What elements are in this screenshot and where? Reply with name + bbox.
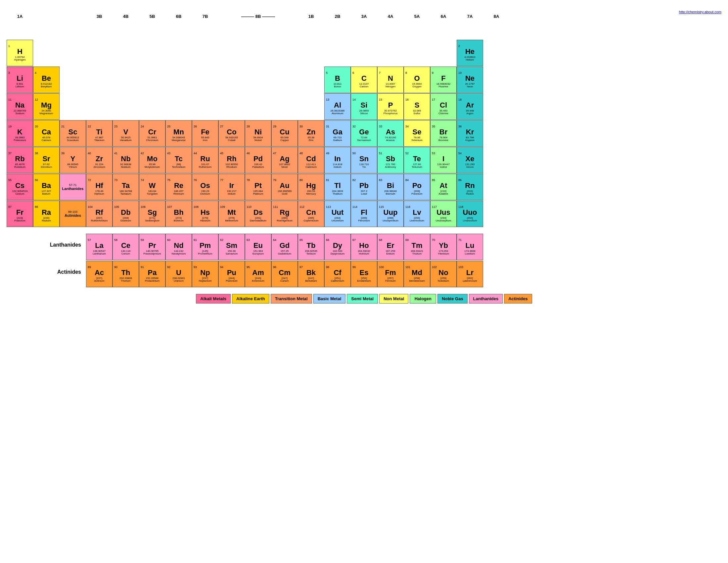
element-hg[interactable]: 80Hg200.59Mercury [298, 174, 324, 200]
element-f[interactable]: 9F18.9984032Fluorine [430, 67, 457, 93]
element-fr[interactable]: 87Fr[223]Francium [7, 201, 33, 227]
element-rf[interactable]: 104Rf[267]Rutherfordium [86, 201, 113, 227]
element-mn[interactable]: 25Mn54.938045Manganese [165, 120, 192, 147]
element-pd[interactable]: 46Pd106.42Palladium [245, 147, 271, 173]
element-cd[interactable]: 48Cd112.411Cadmium [298, 147, 324, 173]
element-tm[interactable]: 69Tm168.93421Thulium [404, 234, 430, 260]
element-ho[interactable]: 67Ho164.93032Holmium [351, 234, 377, 260]
element-be[interactable]: 4Be9.012182Beryllium [33, 67, 60, 93]
element-pm[interactable]: 61Pm[145]Promethium [192, 234, 218, 260]
element-ba[interactable]: 56Ba137.327Barium [33, 174, 60, 200]
element-lu[interactable]: 71Lu174.9668Lutetium [457, 234, 483, 260]
element-nd[interactable]: 60Nd144.242Neodymium [165, 234, 192, 260]
element-bh[interactable]: 107Bh[272]Bohrium [165, 201, 192, 227]
element-c[interactable]: 6C12.0107Carbon [351, 67, 377, 93]
element-p[interactable]: 15P30.973762Phosphorus [377, 93, 404, 120]
element-ne[interactable]: 10Ne20.1797Neon [457, 67, 483, 93]
element-sn[interactable]: 50Sn118.710Tin [351, 147, 377, 173]
element-al[interactable]: 13Al26.9815386Aluminum [324, 93, 351, 120]
element-sr[interactable]: 38Sr87.62Strontium [33, 147, 60, 173]
element-ar[interactable]: 18Ar39.948Argon [457, 93, 483, 120]
element-ac[interactable]: 89Ac[227]Actinium [86, 261, 113, 287]
element-md[interactable]: 101Md[258]Mendelevium [404, 261, 430, 287]
element-rh[interactable]: 45Rh102.90550Rhodium [218, 147, 245, 173]
element-kr[interactable]: 36Kr83.798Krypton [457, 120, 483, 147]
element-db[interactable]: 105Db[268]Dubnium [113, 201, 139, 227]
element-uup[interactable]: 115Uup[288]Ununpentium [377, 201, 404, 227]
element-pt[interactable]: 78Pt195.084Platinum [245, 174, 271, 200]
element-sc[interactable]: 21Sc44.955912Scandium [60, 120, 86, 147]
element-la[interactable]: 57La138.90547Lanthanum [86, 234, 113, 260]
element-os[interactable]: 76Os190.23Osmium [192, 174, 218, 200]
element-pb[interactable]: 82Pb207.2Lead [351, 174, 377, 200]
element-ca[interactable]: 20Ca40.078Calcium [33, 120, 60, 147]
element-ge[interactable]: 32Ge72.64Germanium [351, 120, 377, 147]
element-uus[interactable]: 117Uus[294]Ununseptium [430, 201, 457, 227]
element-yb[interactable]: 70Yb173.054Ytterbium [430, 234, 457, 260]
element-eu[interactable]: 63Eu151.964Europium [245, 234, 271, 260]
element-se[interactable]: 34Se78.96Selenium [404, 120, 430, 147]
element-co[interactable]: 27Co58.933195Cobalt [218, 120, 245, 147]
element-te[interactable]: 52Te127.60Tellurium [404, 147, 430, 173]
element-fl[interactable]: 114Fl[289]Flerovium [351, 201, 377, 227]
element-am[interactable]: 95Am[243]Americium [245, 261, 271, 287]
element-sb[interactable]: 51Sb121.760Antimony [377, 147, 404, 173]
element-zr[interactable]: 40Zr91.224Zirconium [86, 147, 113, 173]
element-bi[interactable]: 83Bi208.98040Bismuth [377, 174, 404, 200]
element-np[interactable]: 93Np[237]Neptunium [192, 261, 218, 287]
element-ce[interactable]: 58Ce140.116Cerium [113, 234, 139, 260]
element-po[interactable]: 84Po[209]Polonium [404, 174, 430, 200]
element-cr[interactable]: 24Cr51.9961Chromium [139, 120, 165, 147]
element-uuo[interactable]: 118Uuo[294]Ununoctium [457, 201, 483, 227]
element-ir[interactable]: 77Ir192.217Iridium [218, 174, 245, 200]
element-no[interactable]: 102No[259]Nobelium [430, 261, 457, 287]
element-cs[interactable]: 55Cs132.9054519Cesium [7, 174, 33, 200]
element-ga[interactable]: 31Ga69.723Gallium [324, 120, 351, 147]
element-hf[interactable]: 72Hf178.49Hafnium [86, 174, 113, 200]
element-u[interactable]: 92U238.02891Uranium [165, 261, 192, 287]
element-uut[interactable]: 113Uut[284]Ununtrium [324, 201, 351, 227]
element-ag[interactable]: 47Ag107.8682Silver [271, 147, 298, 173]
element-fe[interactable]: 26Fe55.845Iron [192, 120, 218, 147]
element-h[interactable]: 1H1.00794Hydrogen [7, 40, 33, 66]
element-tl[interactable]: 81Tl204.3833Thallium [324, 174, 351, 200]
element-bk[interactable]: 97Bk[247]Berkelium [298, 261, 324, 287]
element-n[interactable]: 7N14.0067Nitrogen [377, 67, 404, 93]
element-as[interactable]: 33As74.92160Arsenic [377, 120, 404, 147]
element-si[interactable]: 14Si28.0855Silicon [351, 93, 377, 120]
element-rg[interactable]: 111Rg[280]Roentgenium [271, 201, 298, 227]
element-ta[interactable]: 73Ta180.94788Tantalum [113, 174, 139, 200]
element-cm[interactable]: 96Cm[247]Curium [271, 261, 298, 287]
element-gd[interactable]: 64Gd157.25Gadolinium [271, 234, 298, 260]
element-hs[interactable]: 108Hs[270]Hassium [192, 201, 218, 227]
element-he[interactable]: 2He4.002602Helium [457, 40, 483, 66]
element-es[interactable]: 99Es[252]Einsteinium [351, 261, 377, 287]
element-th[interactable]: 90Th232.03806Thorium [113, 261, 139, 287]
element-dy[interactable]: 66Dy162.500Dysprosium [324, 234, 351, 260]
element-pr[interactable]: 59Pr140.90765Praseodymium [139, 234, 165, 260]
element-cl[interactable]: 17Cl35.453Chlorine [430, 93, 457, 120]
element-at[interactable]: 85At[210]Astatine [430, 174, 457, 200]
element-o[interactable]: 8O15.9994Oxygen [404, 67, 430, 93]
element-tc[interactable]: 43Tc[98]Technetium [165, 147, 192, 173]
element-xe[interactable]: 54Xe131.293Xenon [457, 147, 483, 173]
element-pu[interactable]: 94Pu[244]Plutonium [218, 261, 245, 287]
element-pa[interactable]: 91Pa231.03588Protactinium [139, 261, 165, 287]
element-ti[interactable]: 22Ti47.867Titanium [86, 120, 113, 147]
element-ru[interactable]: 44Ru101.07Ruthenium [192, 147, 218, 173]
element-rn[interactable]: 86Rn[222]Radon [457, 174, 483, 200]
element-li[interactable]: 3Li6.941Lithium [7, 67, 33, 93]
element-k[interactable]: 19K39.0983Potassium [7, 120, 33, 147]
element-mg[interactable]: 12Mg24.3050Magnesium [33, 93, 60, 120]
element-mo[interactable]: 42Mo95.96Molybdenum [139, 147, 165, 173]
element-re[interactable]: 75Re186.207Rhenium [165, 174, 192, 200]
element-tb[interactable]: 65Tb158.92535Terbium [298, 234, 324, 260]
element-w[interactable]: 74W183.84Tungsten [139, 174, 165, 200]
credit-link[interactable]: http://chemistry.about.com [679, 10, 721, 14]
element-sg[interactable]: 106Sg[271]Seaborgium [139, 201, 165, 227]
element-i[interactable]: 53I126.90447Iodine [430, 147, 457, 173]
element-rb[interactable]: 37Rb85.4678Rubidium [7, 147, 33, 173]
element-sm[interactable]: 62Sm150.36Samarium [218, 234, 245, 260]
element-er[interactable]: 68Er167.259Erbium [377, 234, 404, 260]
element-cn[interactable]: 112Cn[285]Copernicium [298, 201, 324, 227]
